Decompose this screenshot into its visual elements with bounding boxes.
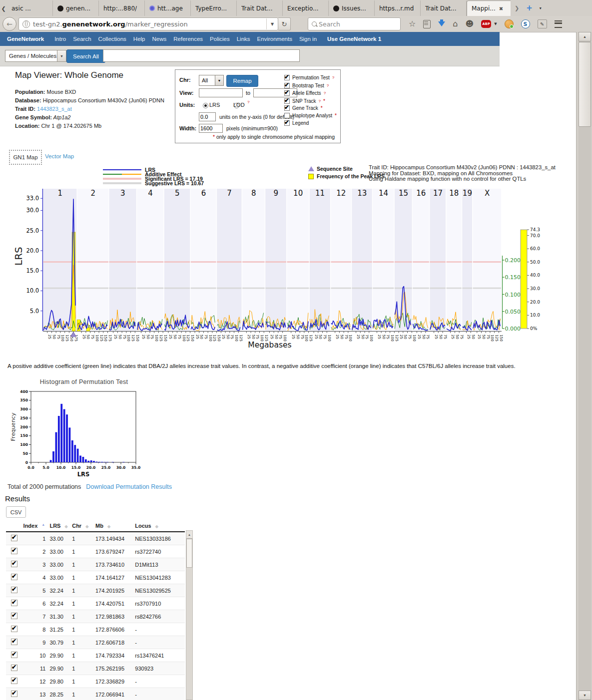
yaxis-units-input[interactable]	[199, 112, 216, 121]
addon-icon[interactable]	[505, 19, 514, 28]
scroll-up-icon[interactable]: ▲	[579, 32, 591, 41]
use-gn1-link[interactable]: Use GeneNetwork 1	[327, 36, 381, 42]
url-dropdown-icon[interactable]: ▼	[266, 18, 278, 29]
row-checkbox-checked[interactable]	[11, 652, 17, 658]
row-checkbox-checked[interactable]	[11, 678, 17, 684]
page-scrollbar-track[interactable]	[579, 32, 591, 700]
help-icon[interactable]: ?	[324, 91, 326, 95]
gn-nav-references[interactable]: References	[170, 36, 206, 42]
checkbox-icon[interactable]	[284, 113, 290, 118]
browser-tab[interactable]: Trait Dat...	[237, 0, 283, 16]
download-permutation-link[interactable]: Download Permutation Results	[86, 483, 172, 490]
menu-icon[interactable]	[555, 20, 562, 28]
browser-tab[interactable]: https...r.md	[375, 0, 421, 16]
address-bar[interactable]: test-gn2.genenetwork.org/marker_regressi…	[18, 17, 278, 30]
gn-nav-links[interactable]: Links	[233, 36, 254, 42]
checkbox-checked-icon[interactable]	[284, 83, 290, 88]
bookmark-star-icon[interactable]: ☆	[409, 20, 416, 28]
messenger-icon[interactable]: ☻	[466, 20, 474, 28]
home-icon[interactable]: ⌂	[453, 20, 458, 28]
gn-nav-search[interactable]: Search	[69, 36, 94, 42]
row-checkbox-checked[interactable]	[11, 665, 17, 671]
column-header-chr[interactable]: Chr◆	[72, 520, 95, 532]
reload-button[interactable]: ↻	[278, 17, 291, 30]
gn-search-input[interactable]	[103, 49, 300, 62]
skype-addon-icon[interactable]: S	[521, 19, 530, 28]
units-help-icon[interactable]: ?	[247, 100, 249, 104]
category-select-arrow-icon[interactable]: ▼	[57, 50, 66, 62]
edit-addon-icon[interactable]: ✎	[538, 19, 547, 28]
checkbox-checked-icon[interactable]	[284, 90, 290, 96]
table-scroll-up-icon[interactable]: ▲	[186, 531, 192, 539]
gn-nav-environments[interactable]: Environments	[254, 36, 296, 42]
browser-search-box[interactable]: Search	[308, 17, 401, 30]
browser-tab[interactable]: Issues...	[329, 0, 375, 16]
units-lrs-radio[interactable]	[203, 103, 208, 108]
category-select[interactable]: Genes / Molecules ▼	[5, 50, 66, 62]
row-checkbox-checked[interactable]	[11, 691, 17, 697]
row-checkbox-checked[interactable]	[11, 600, 17, 606]
column-header-index[interactable]: Index▲	[23, 520, 50, 532]
help-icon[interactable]: ?	[327, 83, 329, 88]
tab-gn1-map[interactable]: GN1 Map	[9, 150, 42, 165]
row-checkbox-checked[interactable]	[11, 574, 17, 580]
row-checkbox-checked[interactable]	[11, 626, 17, 632]
adblock-dropdown-icon[interactable]: ▼	[494, 22, 497, 26]
adblock-icon[interactable]: ABP	[481, 20, 491, 28]
column-header-mb[interactable]: Mb◆	[95, 520, 135, 532]
svg-text:75: 75	[300, 335, 305, 339]
back-button[interactable]: ←	[2, 17, 16, 31]
search-all-button[interactable]: Search All	[66, 49, 105, 63]
gn-nav-collections[interactable]: Collections	[95, 36, 130, 42]
tab-list-dropdown-icon[interactable]: ▾	[540, 6, 542, 10]
gn-nav-sign-in[interactable]: Sign in	[296, 36, 320, 42]
row-checkbox-checked[interactable]	[11, 613, 17, 619]
csv-button[interactable]: CSV	[6, 506, 26, 518]
table-scrollbar[interactable]: ▲	[186, 530, 193, 700]
gn-nav-help[interactable]: Help	[130, 36, 149, 42]
browser-tab[interactable]: http:...880/	[99, 0, 145, 16]
column-header-locus[interactable]: Locus◆	[135, 520, 185, 532]
browser-tab[interactable]: Trait Dat...	[421, 0, 467, 16]
gn-brand[interactable]: GeneNetwork	[7, 36, 44, 42]
row-checkbox-checked[interactable]	[11, 639, 17, 645]
new-tab-icon[interactable]: +	[526, 3, 533, 12]
row-checkbox-checked[interactable]	[11, 561, 17, 567]
tab-scroll-right-icon[interactable]: ❯	[515, 5, 519, 11]
downloads-icon[interactable]	[438, 21, 445, 26]
view-start-input[interactable]	[199, 88, 243, 97]
page-scrollbar-thumb[interactable]	[579, 42, 591, 127]
browser-tab[interactable]: asic ...	[7, 0, 53, 16]
help-icon[interactable]: ?	[319, 99, 321, 103]
browser-tab[interactable]: htt...age	[145, 0, 191, 16]
trait-id-link[interactable]: 1443823_s_at	[35, 106, 72, 112]
chr-select[interactable]: All ▼	[199, 75, 224, 86]
bookmarks-menu-icon[interactable]	[423, 20, 431, 28]
checkbox-checked-icon[interactable]	[284, 98, 290, 104]
page-scrollbar[interactable]: ▲ ▼	[576, 32, 592, 700]
browser-tab[interactable]: genen...	[53, 0, 99, 16]
chr-select-arrow-icon[interactable]: ▼	[215, 75, 224, 86]
browser-tab[interactable]: TypeErro...	[191, 0, 237, 16]
gn-nav-news[interactable]: News	[149, 36, 170, 42]
row-checkbox-checked[interactable]	[11, 535, 17, 541]
width-input[interactable]	[199, 124, 223, 133]
checkbox-checked-icon[interactable]	[284, 75, 290, 80]
scroll-down-icon[interactable]: ▼	[579, 691, 591, 700]
checkbox-checked-icon[interactable]	[284, 105, 290, 111]
tab-vector-map[interactable]: Vector Map	[45, 153, 74, 159]
browser-tab[interactable]: Mappi...✖	[467, 0, 511, 16]
remap-button[interactable]: Remap	[226, 75, 258, 87]
checkbox-checked-icon[interactable]	[284, 120, 290, 126]
gn-nav-intro[interactable]: Intro	[51, 36, 69, 42]
row-checkbox-checked[interactable]	[11, 548, 17, 554]
gn-nav-policies[interactable]: Policies	[206, 36, 233, 42]
tab-close-icon[interactable]: ✖	[499, 6, 503, 11]
row-checkbox-checked[interactable]	[11, 587, 17, 593]
table-scrollbar-thumb[interactable]	[186, 539, 192, 568]
browser-tab[interactable]: Exceptio...	[283, 0, 329, 16]
tab-scroll-left-icon[interactable]: ❮	[0, 1, 7, 16]
option-label: Allele Effects	[292, 90, 321, 96]
help-icon[interactable]: ?	[332, 75, 334, 80]
column-header-lrs[interactable]: LRS◆	[49, 520, 72, 532]
